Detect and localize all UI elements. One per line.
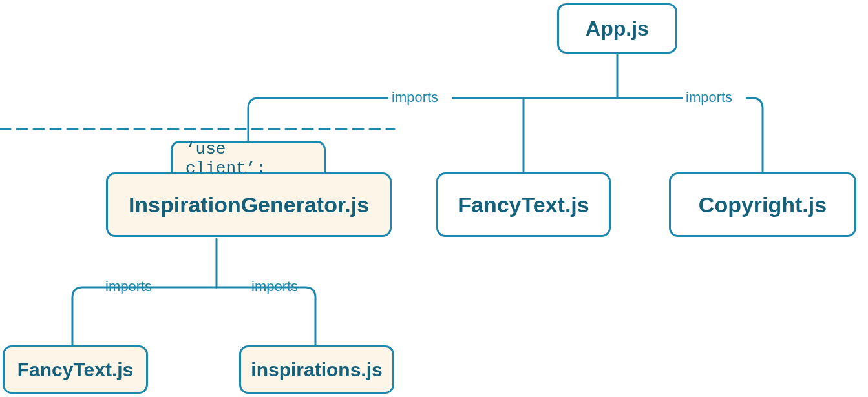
node-inspiration-generator-label: InspirationGenerator.js bbox=[129, 192, 369, 218]
node-fancytext-top-label: FancyText.js bbox=[458, 192, 589, 218]
node-fancytext-bottom: FancyText.js bbox=[3, 345, 148, 394]
node-inspirations: inspirations.js bbox=[239, 345, 394, 394]
node-inspiration-generator: InspirationGenerator.js bbox=[106, 172, 392, 237]
use-client-badge: ‘use client’; bbox=[171, 141, 326, 174]
node-copyright: Copyright.js bbox=[669, 172, 856, 237]
node-fancytext-top: FancyText.js bbox=[436, 172, 611, 237]
edge-label-app-right: imports bbox=[686, 89, 732, 106]
node-fancytext-bottom-label: FancyText.js bbox=[17, 359, 134, 381]
node-app: App.js bbox=[557, 3, 677, 54]
module-dependency-diagram: imports imports imports imports App.js ‘… bbox=[0, 0, 868, 397]
edge-label-inspgen-left: imports bbox=[105, 278, 152, 295]
node-copyright-label: Copyright.js bbox=[699, 192, 827, 218]
edge-label-inspgen-right: imports bbox=[251, 278, 298, 295]
node-app-label: App.js bbox=[586, 17, 649, 41]
edge-label-app-left: imports bbox=[392, 89, 438, 106]
node-inspirations-label: inspirations.js bbox=[251, 359, 382, 381]
